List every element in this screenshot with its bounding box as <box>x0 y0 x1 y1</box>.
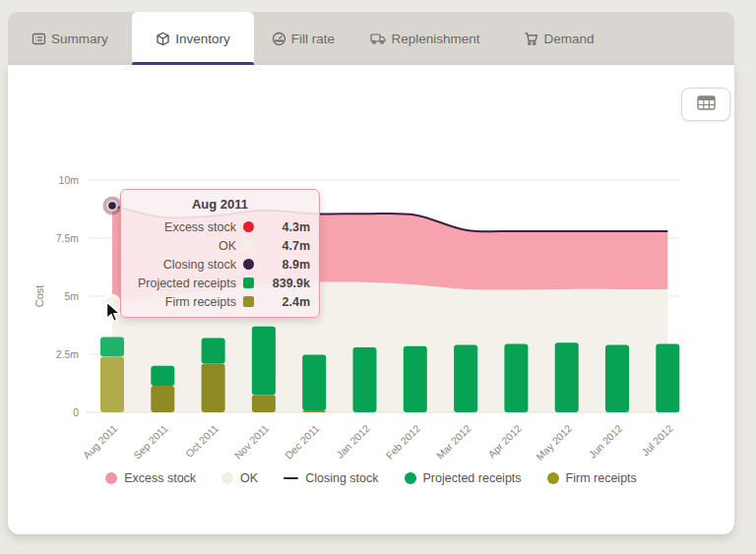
closing-stock-swatch <box>243 259 254 270</box>
tooltip-row: Closing stock 8.9m <box>130 255 310 274</box>
svg-text:May 2012: May 2012 <box>534 422 574 462</box>
svg-text:Feb 2012: Feb 2012 <box>383 422 422 462</box>
chart-legend: Excess stock OK Closing stock Projected … <box>8 471 734 485</box>
tooltip-row: Projected receipts 839.9k <box>130 274 310 292</box>
legend-swatch <box>405 472 416 484</box>
firm-receipts-swatch <box>243 296 254 307</box>
svg-text:2.5m: 2.5m <box>56 348 80 360</box>
projected-receipts-swatch <box>243 277 254 288</box>
ok-swatch <box>243 240 254 251</box>
legend-ok[interactable]: OK <box>221 471 258 485</box>
svg-text:Nov 2011: Nov 2011 <box>232 422 272 462</box>
legend-swatch <box>221 472 233 484</box>
legend-closing-stock[interactable]: Closing stock <box>284 471 378 485</box>
legend-swatch <box>284 477 298 480</box>
svg-text:10m: 10m <box>59 174 80 186</box>
svg-text:Cost: Cost <box>33 285 45 308</box>
svg-text:Jun 2012: Jun 2012 <box>586 422 624 461</box>
legend-projected-receipts[interactable]: Projected receipts <box>405 471 522 485</box>
svg-text:Dec 2011: Dec 2011 <box>283 422 322 462</box>
svg-text:Apr 2012: Apr 2012 <box>485 422 524 461</box>
legend-swatch <box>105 472 117 484</box>
svg-text:Oct 2011: Oct 2011 <box>183 422 220 460</box>
chart-tooltip: Aug 2011 Excess stock 4.3m OK 4.7m Closi… <box>120 189 320 318</box>
svg-text:Jan 2012: Jan 2012 <box>334 422 372 461</box>
svg-text:Mar 2012: Mar 2012 <box>434 422 473 462</box>
svg-text:Aug 2011: Aug 2011 <box>81 422 120 462</box>
excess-stock-swatch <box>243 221 254 232</box>
svg-text:Jul 2012: Jul 2012 <box>639 422 675 459</box>
svg-text:0: 0 <box>73 406 79 418</box>
tooltip-row: OK 4.7m <box>130 236 310 255</box>
tooltip-row: Excess stock 4.3m <box>130 217 310 236</box>
legend-swatch <box>547 472 559 484</box>
svg-text:7.5m: 7.5m <box>56 232 80 244</box>
svg-text:Sep 2011: Sep 2011 <box>131 422 170 462</box>
tooltip-row: Firm receipts 2.4m <box>130 292 310 311</box>
tooltip-title: Aug 2011 <box>130 197 310 212</box>
svg-text:5m: 5m <box>64 290 79 302</box>
legend-excess-stock[interactable]: Excess stock <box>105 471 196 485</box>
legend-firm-receipts[interactable]: Firm receipts <box>547 471 637 485</box>
